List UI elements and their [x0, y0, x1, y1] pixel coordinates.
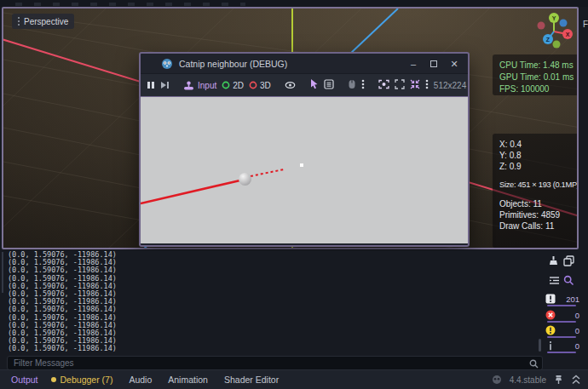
copy-log-button[interactable] [562, 254, 575, 267]
toggle-active-underline [547, 336, 576, 338]
kebab-menu-icon [425, 79, 429, 89]
kebab-menu-icon [18, 17, 20, 26]
standard-messages-icon [545, 294, 556, 304]
stat-x: X: 0.4 [499, 139, 578, 150]
game-resolution-label: 512x224 [434, 81, 466, 90]
godot-logo-icon [161, 58, 173, 70]
perspective-label: Perspective [24, 17, 68, 26]
clear-log-button[interactable] [546, 254, 560, 267]
tab-animation[interactable]: Animation [168, 375, 208, 385]
gizmo-z-label: Z [546, 37, 551, 43]
game-window-titlebar[interactable]: Catnip neighbour (DEBUG) – ✕ [141, 54, 468, 73]
gpu-time-value: GPU Time: 0.01 ms [499, 72, 578, 83]
errors-count: 0 [575, 311, 579, 320]
minimize-button[interactable]: – [403, 55, 424, 72]
mouse-capture-button[interactable] [348, 77, 356, 93]
editor-messages-icon [545, 340, 556, 351]
tab-output[interactable]: Output [11, 375, 38, 385]
maximize-icon [430, 60, 437, 67]
3d-mode-icon [249, 81, 257, 89]
shrink-window-icon [410, 79, 420, 89]
stat-z: Z: 0.9 [499, 161, 578, 172]
game-debug-window[interactable]: Catnip neighbour (DEBUG) – ✕ Input 2D [139, 52, 470, 247]
selection-list-icon [324, 79, 334, 89]
orientation-gizmo[interactable]: Y X Z [528, 9, 579, 56]
bottom-panel-bar: Output Debugger (7) Audio Animation Shad… [0, 369, 588, 389]
embed-options-button[interactable] [425, 77, 429, 93]
top-toolbar-sliver [0, 0, 588, 7]
log-line: (0.0, 1.59076, -11986.14) [8, 345, 536, 352]
game-window-toolbar: Input 2D 3D [141, 73, 468, 96]
2d-mode-icon [222, 81, 230, 89]
filter-editor-toggle[interactable]: 0 [545, 339, 579, 352]
fps-value: FPS: 100000 [499, 83, 578, 95]
filter-warnings-toggle[interactable]: 0 [545, 323, 579, 337]
tab-debugger[interactable]: Debugger (7) [51, 375, 113, 385]
output-toolbar: 201 0 0 0 [544, 250, 588, 369]
tab-shader-editor[interactable]: Shader Editor [224, 375, 279, 385]
more-options-button[interactable] [361, 77, 365, 93]
top-toolbar-glyphs [15, 3, 245, 6]
stat-objects: Objects: 11 [499, 198, 578, 209]
debugger-label: Debugger (7) [61, 375, 113, 385]
toggle-active-underline [547, 321, 576, 323]
close-button[interactable]: ✕ [444, 55, 464, 72]
gizmo-x-label: X [566, 31, 570, 37]
mode-3d-button[interactable]: 3D [249, 81, 271, 90]
cursor-icon [309, 78, 319, 89]
selection-list-button[interactable] [324, 77, 334, 93]
gizmo-neg-x-ball [538, 22, 545, 30]
game-ray-lines [141, 97, 465, 243]
debugger-active-dot-icon [51, 377, 56, 382]
select-mode-button[interactable] [309, 77, 319, 93]
cpu-time-value: CPU Time: 1.48 ms [499, 60, 578, 72]
stat-y: Y: 0.8 [499, 150, 578, 161]
show-search-button[interactable] [562, 273, 575, 287]
output-log[interactable]: (0.0, 1.59076, -11986.14)(0.0, 1.59076, … [8, 251, 536, 353]
collapse-duplicates-button[interactable] [547, 273, 561, 287]
joystick-icon [183, 81, 194, 90]
toggle-active-underline [547, 352, 576, 353]
next-frame-button[interactable] [160, 77, 170, 93]
filter-messages-input[interactable] [7, 356, 543, 370]
output-panel: (0.0, 1.59076, -11986.14)(0.0, 1.59076, … [0, 250, 588, 389]
warnings-count: 0 [575, 326, 579, 335]
fullscreen-button[interactable] [395, 77, 405, 93]
2d-label: 2D [233, 81, 244, 90]
error-icon [545, 310, 556, 320]
expand-panel-icon[interactable] [571, 375, 581, 385]
stat-size: Size: 451 × 193 (0.1MP) [499, 180, 578, 191]
input-mode-button[interactable]: Input [183, 81, 216, 90]
kebab-menu-icon [361, 79, 365, 89]
filter-standard-toggle[interactable]: 201 [545, 292, 579, 306]
pause-button[interactable] [147, 77, 155, 93]
camera-override-button[interactable] [285, 77, 296, 93]
3d-label: 3D [260, 81, 271, 90]
screenshot-button[interactable] [378, 77, 389, 93]
godot-version-icon [492, 375, 502, 385]
filter-errors-toggle[interactable]: 0 [545, 308, 579, 322]
input-label: Input [198, 81, 216, 90]
panel-edge-line [2, 252, 3, 293]
maximize-button[interactable] [424, 55, 444, 72]
game-viewport[interactable] [141, 96, 468, 243]
gizmo-neg-y-ball [553, 41, 561, 49]
game-marker-dot [300, 163, 303, 167]
game-sphere-object [239, 173, 251, 186]
pin-panel-icon[interactable] [554, 375, 563, 385]
game-window-title: Catnip neighbour (DEBUG) [179, 59, 287, 69]
standard-count: 201 [566, 295, 579, 304]
warning-icon [545, 325, 556, 335]
perspective-menu-button[interactable]: Perspective [12, 14, 74, 29]
stat-primitives: Primitives: 4859 [499, 209, 578, 220]
mode-2d-button[interactable]: 2D [222, 81, 244, 90]
tab-audio[interactable]: Audio [129, 375, 152, 385]
editor-count: 0 [575, 341, 579, 351]
camera-focus-icon [378, 79, 389, 89]
right-dock-sliver-text: Fi [583, 20, 588, 29]
performance-overlay: CPU Time: 1.48 ms GPU Time: 0.01 ms FPS:… [493, 54, 579, 95]
stat-draw-calls: Draw Calls: 11 [499, 220, 578, 232]
shrink-window-button[interactable] [410, 77, 420, 93]
log-scrollbar-handle[interactable] [539, 339, 541, 352]
mouse-icon [348, 79, 356, 89]
